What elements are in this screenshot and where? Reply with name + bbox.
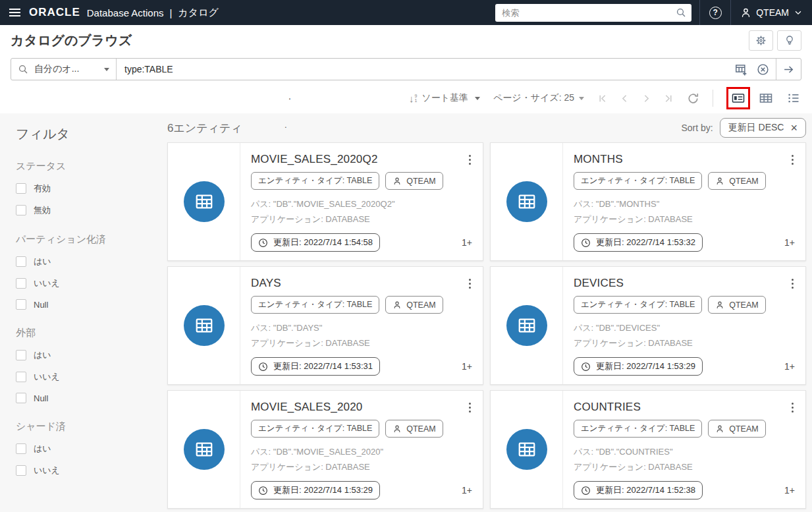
filter-section-external: 外部 はい いいえ Null [16,327,155,403]
help-button[interactable]: ? [700,0,730,25]
entity-path: パス: "DB"."COUNTRIES" [574,444,795,459]
entity-card[interactable]: DEVICES エンティティ・タイプ: TABLE QTEAM パス: "DB"… [490,266,806,385]
refresh-icon[interactable] [687,92,699,105]
card-grid: MOVIE_SALES_2020Q2 エンティティ・タイプ: TABLE QTE… [167,142,806,509]
entity-application: アプリケーション: DATABASE [251,459,472,474]
run-search-button[interactable] [776,59,801,80]
filter-option[interactable]: 有効 [16,183,155,194]
gear-icon [755,35,767,46]
entity-title[interactable]: COUNTRIES [574,401,795,414]
checkbox[interactable] [16,393,26,403]
entity-application: アプリケーション: DATABASE [251,212,472,227]
entity-count: 6エンティティ [167,121,242,136]
prev-page-icon[interactable] [619,93,630,104]
list-view-button[interactable] [782,87,805,109]
entity-card[interactable]: DAYS エンティティ・タイプ: TABLE QTEAM パス: "DB"."D… [167,266,483,385]
filter-option[interactable]: はい [16,349,155,361]
entity-type-chip: エンティティ・タイプ: TABLE [251,420,379,438]
search-query-input[interactable] [117,59,735,80]
updated-chip: 更新日: 2022/7/14 1:54:58 [251,233,380,252]
sort-menu[interactable]: ↓ 9 1 ソート基準 [409,92,480,104]
updated-chip: 更新日: 2022/7/14 1:53:32 [574,233,703,252]
owner-chip: QTEAM [708,296,765,314]
global-search-input[interactable] [495,4,691,22]
kebab-menu-icon[interactable] [468,277,472,290]
first-page-icon[interactable] [597,93,609,104]
entity-title[interactable]: DEVICES [574,277,795,290]
entity-card[interactable]: MONTHS エンティティ・タイプ: TABLE QTEAM パス: "DB".… [490,142,806,261]
checkbox[interactable] [16,372,26,382]
card-view-button[interactable] [726,87,750,109]
checkbox[interactable] [16,465,26,476]
entity-path: パス: "DB"."DEVICES" [574,320,795,335]
filter-option[interactable]: いいえ [16,465,155,476]
page-name: カタログ [178,7,218,19]
filter-option[interactable]: Null [16,393,155,403]
entity-card[interactable]: COUNTRIES エンティティ・タイプ: TABLE QTEAM パス: "D… [490,390,806,509]
help-icon: ? [709,7,722,19]
entity-title[interactable]: MOVIE_SALES_2020Q2 [251,153,472,166]
user-icon [740,7,751,18]
filter-option[interactable]: 無効 [16,204,155,216]
clear-search-icon[interactable] [757,63,769,76]
owner-chip: QTEAM [708,172,765,190]
filter-option[interactable]: はい [16,256,155,268]
table-entity-icon [184,181,225,222]
dropdown-arrow-icon [104,68,109,71]
grid-view-button[interactable] [754,87,778,109]
checkbox[interactable] [16,350,26,360]
entity-title[interactable]: MONTHS [574,153,795,166]
entity-title[interactable]: DAYS [251,277,472,290]
save-search-icon[interactable] [735,63,747,76]
filter-option[interactable]: いいえ [16,371,155,383]
page-size-label: ページ・サイズ: 25 [493,92,574,104]
entity-title[interactable]: MOVIE_SALES_2020 [251,401,472,414]
last-page-icon[interactable] [663,93,674,104]
results-header: 6エンティティ . Sort by: 更新日 DESC × [167,113,806,142]
entity-path: パス: "DB"."MOVIE_SALES_2020" [251,444,472,459]
filter-option[interactable]: はい [16,443,155,455]
entity-type-chip: エンティティ・タイプ: TABLE [574,172,702,190]
table-entity-icon [506,181,547,222]
checkbox[interactable] [16,278,26,289]
stray-dot: . [288,91,291,101]
entity-card[interactable]: MOVIE_SALES_2020Q2 エンティティ・タイプ: TABLE QTE… [167,142,483,261]
owner-chip: QTEAM [708,420,765,438]
settings-button[interactable] [749,30,773,51]
next-page-icon[interactable] [641,93,652,104]
kebab-menu-icon[interactable] [468,401,472,414]
kebab-menu-icon[interactable] [790,154,795,166]
global-search [495,4,691,22]
checkbox[interactable] [16,443,26,454]
hamburger-menu-icon[interactable] [0,0,29,25]
entity-type-chip: エンティティ・タイプ: TABLE [574,296,702,314]
remove-sort-icon[interactable]: × [790,123,798,132]
kebab-menu-icon[interactable] [790,401,795,414]
more-count: 1+ [462,237,472,248]
search-scope-dropdown[interactable]: 自分のオ... [11,59,117,80]
checkbox[interactable] [16,183,26,194]
sort-by-label: Sort by: [681,123,713,133]
checkbox[interactable] [16,205,26,215]
tips-button[interactable] [777,30,801,51]
filter-option[interactable]: いいえ [16,277,155,289]
entity-card[interactable]: MOVIE_SALES_2020 エンティティ・タイプ: TABLE QTEAM… [167,390,483,509]
kebab-menu-icon[interactable] [468,154,472,166]
entity-application: アプリケーション: DATABASE [251,335,472,351]
title-divider: | [170,7,173,18]
sort-chip[interactable]: 更新日 DESC × [720,118,806,138]
filter-option[interactable]: Null [16,299,155,310]
user-name: QTEAM [756,7,789,18]
user-menu[interactable]: QTEAM [731,0,812,25]
sort-menu-label: ソート基準 [421,92,468,104]
catalog-search-bar: 自分のオ... [11,58,801,80]
updated-chip: 更新日: 2022/7/14 1:52:38 [574,481,703,499]
entity-icon-zone [168,267,240,384]
checkbox[interactable] [16,299,26,310]
entity-type-chip: エンティティ・タイプ: TABLE [251,172,379,190]
checkbox[interactable] [16,256,26,267]
kebab-menu-icon[interactable] [790,277,795,290]
page-size-menu[interactable]: ページ・サイズ: 25 [493,92,584,104]
search-icon [18,64,28,74]
more-count: 1+ [784,485,795,496]
